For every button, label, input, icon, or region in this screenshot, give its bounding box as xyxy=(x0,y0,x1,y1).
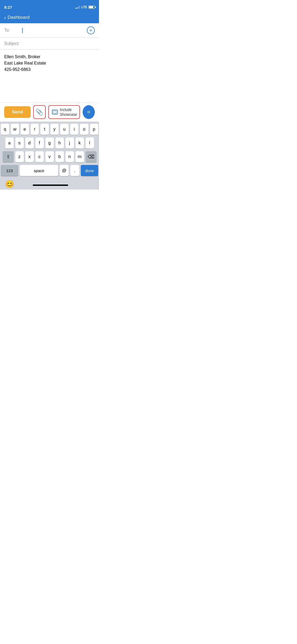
key-y[interactable]: y xyxy=(50,124,59,135)
subject-label: Subject: xyxy=(4,41,20,46)
include-showcase-button[interactable]: IncludeShowcase xyxy=(48,105,80,119)
key-o[interactable]: o xyxy=(80,124,88,135)
signal-icon xyxy=(75,6,80,9)
showcase-checkbox-icon xyxy=(52,110,58,114)
key-s[interactable]: s xyxy=(15,137,24,149)
key-x[interactable]: x xyxy=(25,151,34,162)
key-n[interactable]: n xyxy=(65,151,74,162)
compose-toolbar: Send 📎 IncludeShowcase ≡ xyxy=(0,102,99,122)
lte-label: LTE xyxy=(81,5,87,9)
to-field-row: To: + xyxy=(0,23,99,38)
status-icons: LTE xyxy=(75,5,95,9)
keyboard-row-3: ⇧ z x c v b n m ⌫ xyxy=(1,151,98,162)
key-k[interactable]: k xyxy=(76,137,84,149)
key-v[interactable]: v xyxy=(45,151,54,162)
key-period[interactable]: . xyxy=(70,165,79,176)
text-cursor xyxy=(22,28,23,33)
key-e[interactable]: e xyxy=(21,124,29,135)
status-bar: 8:27 LTE xyxy=(0,0,99,12)
subject-field-row: Subject: xyxy=(0,38,99,49)
key-h[interactable]: h xyxy=(55,137,64,149)
key-delete[interactable]: ⌫ xyxy=(86,151,97,162)
back-button[interactable]: ‹ Dashboard xyxy=(4,15,30,21)
key-shift[interactable]: ⇧ xyxy=(3,151,14,162)
key-f[interactable]: f xyxy=(35,137,44,149)
format-text-button[interactable]: ≡ xyxy=(83,105,95,119)
keyboard-row-4: 123 space @ . done xyxy=(1,165,98,176)
battery-icon xyxy=(88,6,95,9)
to-label: To: xyxy=(4,28,20,33)
key-done[interactable]: done xyxy=(81,165,98,176)
body-area[interactable]: Ellen Smith, Broker East Lake Real Estat… xyxy=(0,49,99,102)
key-m[interactable]: m xyxy=(76,151,84,162)
nav-bar: ‹ Dashboard xyxy=(0,12,99,23)
send-button[interactable]: Send xyxy=(4,106,31,118)
key-at[interactable]: @ xyxy=(60,165,69,176)
key-z[interactable]: z xyxy=(15,151,24,162)
key-i[interactable]: i xyxy=(70,124,79,135)
body-line-1: Ellen Smith, Broker xyxy=(4,54,95,60)
body-line-2: East Lake Real Estate xyxy=(4,60,95,66)
key-j[interactable]: j xyxy=(65,137,74,149)
paperclip-icon: 📎 xyxy=(35,108,43,116)
key-d[interactable]: d xyxy=(25,137,34,149)
keyboard-row-1: q w e r t y u i o p xyxy=(1,124,98,135)
key-q[interactable]: q xyxy=(1,124,9,135)
key-c[interactable]: c xyxy=(35,151,44,162)
key-w[interactable]: w xyxy=(11,124,19,135)
key-u[interactable]: u xyxy=(60,124,69,135)
key-numbers[interactable]: 123 xyxy=(1,165,18,176)
key-t[interactable]: t xyxy=(40,124,49,135)
attach-button[interactable]: 📎 xyxy=(33,105,46,119)
to-input-wrapper[interactable] xyxy=(22,28,87,33)
status-time: 8:27 xyxy=(4,5,12,10)
body-line-3: 425-952-6863 xyxy=(4,66,95,73)
format-text-icon: ≡ xyxy=(87,109,91,116)
showcase-label: IncludeShowcase xyxy=(60,107,77,117)
nav-title: Dashboard xyxy=(8,15,30,20)
key-r[interactable]: r xyxy=(31,124,39,135)
key-g[interactable]: g xyxy=(45,137,54,149)
home-indicator xyxy=(33,185,68,186)
key-space[interactable]: space xyxy=(20,165,58,176)
key-a[interactable]: a xyxy=(5,137,14,149)
key-p[interactable]: p xyxy=(90,124,98,135)
keyboard-row-2: a s d f g h j k l xyxy=(1,137,98,149)
emoji-button[interactable]: 😊 xyxy=(5,180,14,188)
key-b[interactable]: b xyxy=(55,151,64,162)
compose-area: To: + Subject: Ellen Smith, Broker East … xyxy=(0,23,99,102)
keyboard-bottom: 😊 xyxy=(1,179,98,188)
keyboard: q w e r t y u i o p a s d f g h j k l ⇧ … xyxy=(0,122,99,190)
add-contact-button[interactable]: + xyxy=(87,26,95,34)
back-chevron-icon: ‹ xyxy=(4,15,6,21)
key-l[interactable]: l xyxy=(86,137,94,149)
